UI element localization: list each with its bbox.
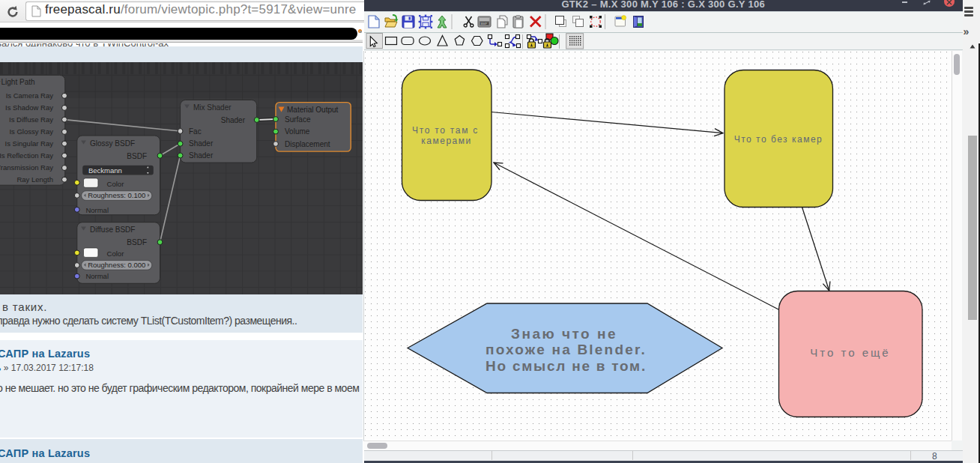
svg-text:Is Transmission Ray: Is Transmission Ray: [0, 163, 53, 172]
svg-text:Is Diffuse Ray: Is Diffuse Ray: [9, 115, 53, 124]
svg-text:Roughness: 0.100: Roughness: 0.100: [88, 191, 145, 199]
svg-text:Знаю что не: Знаю что не: [511, 326, 617, 342]
svg-text:Mix Shader: Mix Shader: [193, 103, 232, 112]
svg-text:Is Shadow Ray: Is Shadow Ray: [5, 103, 53, 112]
svg-text:Displacement: Displacement: [285, 140, 330, 148]
svg-text:Material Output: Material Output: [287, 106, 339, 114]
svg-text:Light Path: Light Path: [1, 78, 35, 86]
svg-text:похоже на Blender.: похоже на Blender.: [486, 342, 647, 357]
svg-text:Что то там с: Что то там с: [412, 125, 479, 136]
svg-text:Surface: Surface: [285, 115, 311, 124]
svg-text:Shader: Shader: [189, 151, 214, 160]
svg-text:Normal: Normal: [85, 272, 109, 280]
svg-text:Normal: Normal: [85, 206, 109, 214]
svg-text:Color: Color: [107, 249, 124, 258]
svg-text:Volume: Volume: [285, 127, 310, 136]
svg-text:Is Singular Ray: Is Singular Ray: [5, 139, 54, 148]
svg-text:Diffuse BSDF: Diffuse BSDF: [90, 226, 135, 234]
svg-text:Color: Color: [107, 180, 124, 188]
svg-text:BMP: BMP: [480, 22, 487, 25]
svg-text:Что то ещё: Что то ещё: [810, 346, 890, 359]
svg-text:Shader: Shader: [221, 116, 246, 124]
svg-text:Roughness: 0.000: Roughness: 0.000: [88, 261, 145, 269]
svg-text:BSDF: BSDF: [127, 238, 147, 246]
svg-text:Is Glossy Ray: Is Glossy Ray: [9, 127, 53, 136]
svg-text:камерами: камерами: [421, 136, 471, 146]
svg-text:BSDF: BSDF: [127, 152, 147, 160]
svg-text:Но смысл не в том.: Но смысл не в том.: [486, 358, 647, 374]
svg-text:Что то без камер: Что то без камер: [734, 134, 823, 145]
svg-text:Ray Length: Ray Length: [16, 175, 53, 184]
svg-text:Beckmann: Beckmann: [88, 166, 122, 175]
svg-text:Shader: Shader: [189, 139, 214, 148]
svg-text:Fac: Fac: [189, 127, 202, 136]
svg-text:Is Camera Ray: Is Camera Ray: [6, 91, 54, 100]
svg-text:Glossy BSDF: Glossy BSDF: [90, 139, 135, 148]
svg-text:Is Reflection Ray: Is Reflection Ray: [0, 151, 53, 160]
